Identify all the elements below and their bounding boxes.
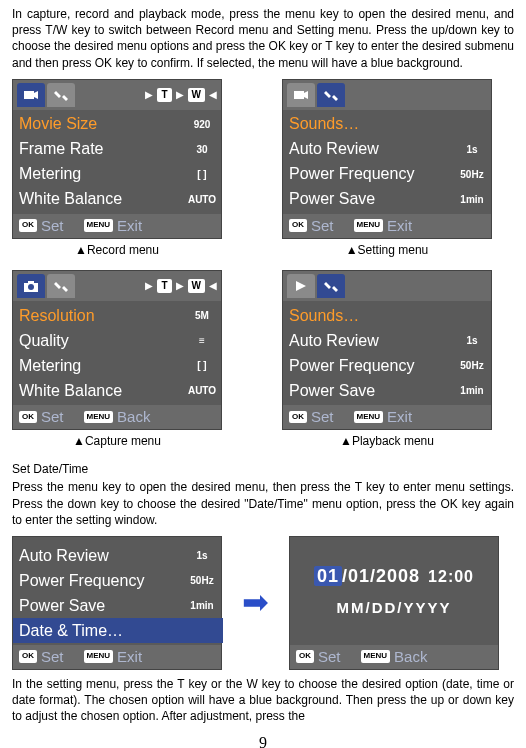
menu-badge[interactable]: MENU (361, 650, 391, 663)
menu-item-auto-review[interactable]: Auto Review1s (289, 137, 487, 162)
menu-badge[interactable]: MENU (84, 650, 114, 663)
menu-item-label: Metering (19, 163, 81, 185)
setting-menu-screen: Sounds… Auto Review1s Power Frequency50H… (282, 79, 492, 239)
menu-item-value: 50Hz (457, 168, 487, 182)
set-label: Set (311, 216, 334, 236)
menu-item-white-balance[interactable]: White BalanceAUTO (19, 378, 217, 403)
menu-item-value: [ ] (187, 359, 217, 373)
footer-strip: OK Set MENU Exit (13, 645, 221, 669)
video-camera-icon (293, 88, 309, 102)
menu-item-sounds[interactable]: Sounds… (289, 112, 487, 137)
menu-item-power-save[interactable]: Power Save1min (289, 187, 487, 212)
menu-item-value: 5M (187, 309, 217, 323)
tab-settings[interactable] (317, 274, 345, 298)
menu-item-value: AUTO (187, 384, 217, 398)
menu-item-label: White Balance (19, 188, 122, 210)
tab-strip: ▶ T ▶ W ◀ (13, 80, 221, 110)
setting-menu-caption: ▲Setting menu (346, 242, 429, 258)
menu-item-label: Power Frequency (289, 163, 414, 185)
menu-item-value: AUTO (187, 193, 217, 207)
menu-item-power-frequency[interactable]: Power Frequency50Hz (289, 353, 487, 378)
date-time-field[interactable]: 12:00 (428, 568, 474, 585)
wrench-icon (53, 88, 69, 102)
tab-settings[interactable] (47, 274, 75, 298)
menu-item-quality[interactable]: Quality≡ (19, 328, 217, 353)
menu-item-frame-rate[interactable]: Frame Rate30 (19, 137, 217, 162)
tab-playback[interactable] (287, 274, 315, 298)
ok-badge[interactable]: OK (19, 219, 37, 232)
capture-menu-col: ▶ T ▶ W ◀ Resolution5M Quality≡ Metering… (12, 270, 222, 457)
tab-capture[interactable] (17, 274, 45, 298)
menu-item-date-time[interactable]: Date & Time… (13, 618, 223, 643)
set-label: Set (311, 407, 334, 427)
tw-group: ▶ T ▶ W ◀ (145, 279, 217, 293)
menu-item-auto-review[interactable]: Auto Review1s (19, 543, 217, 568)
menu-item-label: Power Save (19, 595, 105, 617)
ok-badge[interactable]: OK (296, 650, 314, 663)
ok-badge[interactable]: OK (19, 411, 37, 424)
playback-icon (293, 279, 309, 293)
menu-item-power-frequency[interactable]: Power Frequency50Hz (19, 568, 217, 593)
menu-body: Sounds… Auto Review1s Power Frequency50H… (283, 110, 491, 214)
menu-badge[interactable]: MENU (354, 219, 384, 232)
menu-item-label: Auto Review (289, 330, 379, 352)
exit-label: Exit (387, 407, 412, 427)
menu-item-resolution[interactable]: Resolution5M (19, 303, 217, 328)
svg-marker-7 (296, 281, 306, 291)
date-line-1: 01/01/200812:00 (314, 564, 474, 588)
tab-video[interactable] (17, 83, 45, 107)
menu-badge[interactable]: MENU (84, 219, 114, 232)
tab-settings[interactable] (317, 83, 345, 107)
tri-left-icon: ◀ (209, 279, 217, 293)
set-date-time-para: Press the menu key to open the desired m… (12, 479, 514, 528)
menu-badge[interactable]: MENU (354, 411, 384, 424)
menu-item-movie-size[interactable]: Movie Size920 (19, 112, 217, 137)
tab-settings[interactable] (47, 83, 75, 107)
menu-item-power-save[interactable]: Power Save1min (289, 378, 487, 403)
menu-item-power-frequency[interactable]: Power Frequency50Hz (289, 162, 487, 187)
set-label: Set (41, 216, 64, 236)
t-button[interactable]: T (157, 88, 171, 102)
date-month-field[interactable]: 01 (314, 566, 342, 586)
t-button[interactable]: T (157, 279, 171, 293)
date-setting-screen: 01/01/200812:00 MM/DD/YYYY OK Set MENU B… (289, 536, 499, 670)
menu-item-metering[interactable]: Metering[ ] (19, 162, 217, 187)
back-label: Back (394, 647, 427, 667)
svg-rect-0 (24, 91, 34, 99)
page-number: 9 (12, 732, 514, 748)
menu-item-label: Auto Review (19, 545, 109, 567)
menu-body: Movie Size920 Frame Rate30 Metering[ ] W… (13, 110, 221, 214)
exit-label: Exit (387, 216, 412, 236)
menu-item-power-save[interactable]: Power Save1min (19, 593, 217, 618)
w-button[interactable]: W (188, 88, 205, 102)
tri-right-icon: ▶ (176, 88, 184, 102)
menu-item-value: 1min (457, 384, 487, 398)
menu-item-sounds[interactable]: Sounds… (289, 303, 487, 328)
set-label: Set (41, 407, 64, 427)
date-rest: /01/2008 (342, 566, 420, 586)
menu-item-metering[interactable]: Metering[ ] (19, 353, 217, 378)
menu-item-value: 1s (457, 334, 487, 348)
menu-badge[interactable]: MENU (84, 411, 114, 424)
ok-badge[interactable]: OK (289, 411, 307, 424)
menu-item-value: [ ] (187, 168, 217, 182)
date-format-field[interactable]: MM/DD/YYYY (336, 598, 451, 618)
menu-item-auto-review[interactable]: Auto Review1s (289, 328, 487, 353)
menu-row-2: ▶ T ▶ W ◀ Resolution5M Quality≡ Metering… (12, 270, 514, 457)
tri-right-icon: ▶ (176, 279, 184, 293)
svg-rect-2 (294, 91, 304, 99)
menu-body: Sounds… Auto Review1s Power Frequency50H… (283, 301, 491, 405)
tab-video[interactable] (287, 83, 315, 107)
record-menu-caption: ▲Record menu (75, 242, 159, 258)
menu-item-label: Movie Size (19, 113, 97, 135)
tw-group: ▶ T ▶ W ◀ (145, 88, 217, 102)
capture-menu-caption: ▲Capture menu (73, 433, 161, 449)
bottom-row: Auto Review1s Power Frequency50Hz Power … (12, 536, 514, 670)
menu-item-value: 1min (457, 193, 487, 207)
ok-badge[interactable]: OK (289, 219, 307, 232)
capture-menu-screen: ▶ T ▶ W ◀ Resolution5M Quality≡ Metering… (12, 270, 222, 430)
ok-badge[interactable]: OK (19, 650, 37, 663)
w-button[interactable]: W (188, 279, 205, 293)
menu-item-label: Auto Review (289, 138, 379, 160)
menu-item-white-balance[interactable]: White BalanceAUTO (19, 187, 217, 212)
